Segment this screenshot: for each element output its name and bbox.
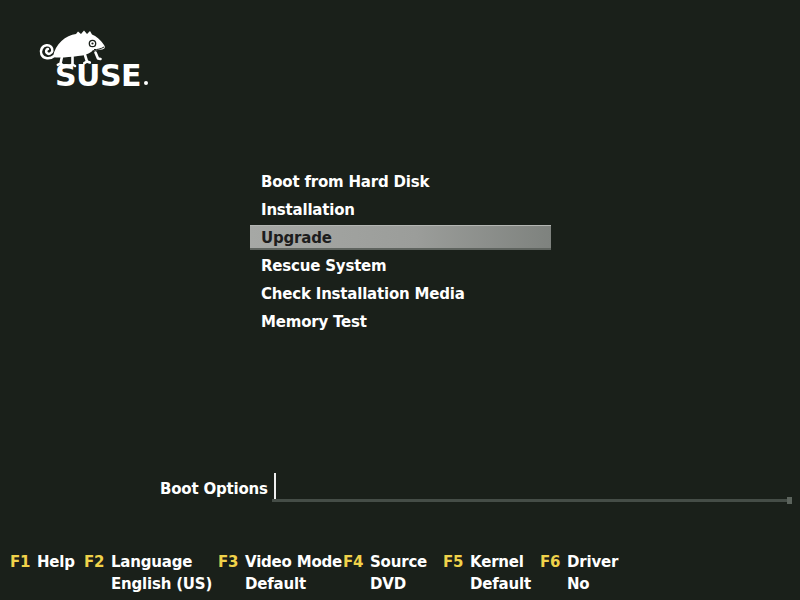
input-underline-cap [787,497,792,504]
fkey-action-label: Source [370,553,427,571]
fkey-f4-source[interactable]: F4SourceDVD [343,554,427,592]
brand-wordmark: SUSE [55,58,141,93]
fkey-current-value: No [567,576,618,592]
fkey-current-value: Default [470,576,531,592]
fkey-f1-help[interactable]: F1Help [10,554,75,576]
text-cursor [274,473,276,499]
fkey-key-label: F3 [218,554,238,570]
menu-item-memory-test[interactable]: Memory Test [250,308,551,336]
fkey-current-value: English (US) [111,576,212,592]
fkey-action-label: Help [37,553,75,571]
fkey-action-label: Language [111,553,192,571]
fkey-action-label: Kernel [470,553,524,571]
fkey-action-label: Video Mode [245,553,342,571]
fkey-key-label: F6 [540,554,560,570]
boot-options-label: Boot Options [160,480,268,498]
registered-mark-dot [144,81,148,85]
suse-logo: SUSE [38,26,148,91]
fkey-action-label: Driver [567,553,618,571]
fkey-f3-video-mode[interactable]: F3Video ModeDefault [218,554,342,592]
menu-item-boot-from-hard-disk[interactable]: Boot from Hard Disk [250,168,551,196]
fkey-current-value: DVD [370,576,427,592]
fkey-key-label: F2 [84,554,104,570]
fkey-key-label: F1 [10,554,30,570]
fkey-f5-kernel[interactable]: F5KernelDefault [443,554,531,592]
fkey-key-label: F5 [443,554,463,570]
menu-item-installation[interactable]: Installation [250,196,551,224]
menu-item-rescue-system[interactable]: Rescue System [250,252,551,280]
fkey-f6-driver[interactable]: F6DriverNo [540,554,618,592]
fkey-f2-language[interactable]: F2LanguageEnglish (US) [84,554,212,592]
fkey-key-label: F4 [343,554,363,570]
menu-item-upgrade[interactable]: Upgrade [250,225,551,250]
function-key-bar: F1HelpF2LanguageEnglish (US)F3Video Mode… [0,554,800,600]
fkey-current-value: Default [245,576,342,592]
menu-item-check-installation-media[interactable]: Check Installation Media [250,280,551,308]
boot-options-input[interactable] [272,471,791,502]
boot-menu: Boot from Hard DiskInstallationUpgradeRe… [250,168,551,336]
